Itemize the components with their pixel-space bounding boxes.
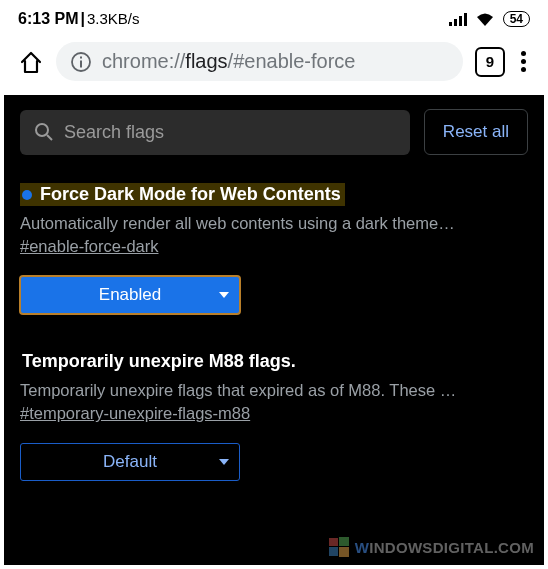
flag-title: Temporarily unexpire M88 flags. [22, 351, 296, 372]
battery-indicator: 54 [503, 11, 530, 27]
flag-title: Force Dark Mode for Web Contents [40, 184, 341, 205]
svg-rect-11 [329, 547, 338, 556]
svg-rect-9 [329, 538, 338, 546]
flag-description: Temporarily unexpire flags that expired … [20, 379, 528, 402]
wifi-icon [475, 12, 495, 27]
home-icon[interactable] [18, 49, 44, 75]
flag-title-row: Force Dark Mode for Web Contents [20, 183, 345, 206]
search-placeholder: Search flags [64, 122, 164, 143]
svg-rect-6 [80, 56, 82, 58]
svg-rect-1 [454, 19, 457, 26]
flag-anchor-link[interactable]: #enable-force-dark [20, 237, 159, 256]
reset-all-button[interactable]: Reset all [424, 109, 528, 155]
status-bar: 6:13 PM | 3.3KB/s 54 [4, 4, 544, 32]
flag-dropdown-value: Default [103, 452, 157, 472]
flag-anchor-link[interactable]: #temporary-unexpire-flags-m88 [20, 404, 250, 423]
svg-rect-12 [339, 547, 349, 557]
svg-line-8 [47, 135, 52, 140]
svg-point-7 [36, 124, 48, 136]
signal-icon [449, 12, 467, 26]
status-time: 6:13 PM [18, 10, 78, 28]
chevron-down-icon [219, 459, 229, 465]
status-net-speed: 3.3KB/s [87, 10, 140, 27]
chevron-down-icon [219, 292, 229, 298]
search-icon [34, 122, 54, 142]
flags-page: Search flags Reset all Force Dark Mode f… [4, 95, 544, 565]
flag-dropdown[interactable]: Enabled [20, 276, 240, 314]
svg-rect-0 [449, 22, 452, 26]
watermark: WINDOWSDIGITAL.COM [329, 537, 534, 557]
flag-dropdown-value: Enabled [99, 285, 161, 305]
modified-indicator-icon [22, 190, 32, 200]
url-bar[interactable]: chrome://flags/#enable-force [56, 42, 463, 81]
status-sep: | [80, 10, 84, 28]
svg-rect-5 [80, 60, 82, 67]
flag-description: Automatically render all web contents us… [20, 212, 528, 235]
svg-rect-2 [459, 16, 462, 26]
flag-item: Force Dark Mode for Web Contents Automat… [4, 165, 544, 322]
flag-item: Temporarily unexpire M88 flags. Temporar… [4, 322, 544, 489]
svg-rect-10 [339, 537, 349, 546]
browser-toolbar: chrome://flags/#enable-force 9 [4, 32, 544, 95]
flag-dropdown[interactable]: Default [20, 443, 240, 481]
svg-rect-3 [464, 13, 467, 26]
menu-icon[interactable] [517, 47, 530, 76]
url-text: chrome://flags/#enable-force [102, 50, 355, 73]
flag-title-row: Temporarily unexpire M88 flags. [20, 350, 300, 373]
search-input[interactable]: Search flags [20, 110, 410, 155]
windows-logo-icon [329, 537, 349, 557]
info-icon [70, 51, 92, 73]
tab-switcher[interactable]: 9 [475, 47, 505, 77]
